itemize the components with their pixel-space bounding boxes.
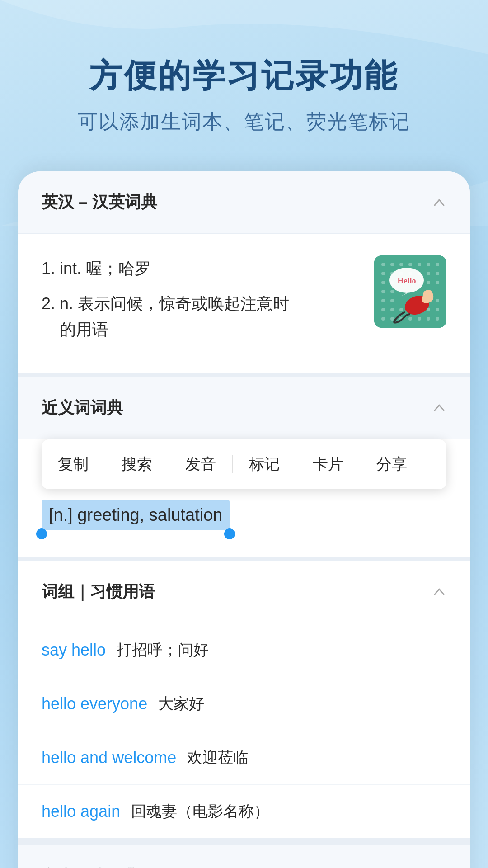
svg-point-14 [436, 272, 439, 275]
svg-point-1 [381, 263, 385, 266]
svg-point-6 [427, 263, 430, 266]
svg-point-5 [418, 263, 421, 266]
dict-def-2: 2. n. 表示问候，惊奇或唤起注意时 的用语 [42, 291, 374, 343]
svg-point-28 [390, 308, 394, 311]
svg-point-39 [427, 317, 430, 321]
svg-point-23 [390, 299, 394, 302]
svg-point-33 [436, 308, 439, 311]
section-divider-1 [18, 373, 470, 377]
svg-point-8 [381, 272, 385, 275]
dict-image: Hello [374, 255, 446, 328]
dict-index-1: 1. [42, 259, 60, 278]
phrase-chinese-4: 回魂妻（电影名称） [131, 801, 269, 822]
context-menu-search[interactable]: 搜索 [105, 439, 169, 489]
synonyms-section-header[interactable]: 近义词词典 [18, 377, 470, 439]
svg-point-29 [399, 308, 403, 311]
svg-text:Hello: Hello [398, 276, 416, 285]
dict-entry: 1. int. 喔；哈罗 2. n. 表示问候，惊奇或唤起注意时 的用语 [42, 255, 446, 352]
phrase-item-2[interactable]: hello everyone 大家好 [18, 677, 470, 731]
phrase-chinese-3: 欢迎莅临 [187, 747, 249, 768]
phrases-list: say hello 打招呼；问好 hello everyone 大家好 hell… [18, 623, 470, 838]
svg-point-38 [418, 317, 421, 321]
synonyms-section-title: 近义词词典 [42, 397, 123, 419]
context-menu-share[interactable]: 分享 [360, 439, 423, 489]
context-menu-mark[interactable]: 标记 [233, 439, 296, 489]
svg-point-15 [381, 281, 385, 284]
phrase-english-3: hello and welcome [42, 748, 176, 767]
svg-point-27 [381, 308, 385, 311]
dict-def-1: 1. int. 喔；哈罗 [42, 255, 374, 282]
context-menu-container: 复制 搜索 发音 标记 卡片 分享 [n.] greeting, salutat… [18, 439, 470, 557]
dict-section-header[interactable]: 英汉 – 汉英词典 [18, 171, 470, 234]
dict-index-2: 2. [42, 294, 60, 313]
header: 方便的学习记录功能 可以添加生词本、笔记、荧光笔标记 [0, 0, 488, 171]
dict-def-meaning-2: 表示问候，惊奇或唤起注意时 的用语 [42, 294, 289, 339]
biying-section-title: 必应在线词典 [42, 865, 139, 868]
svg-point-21 [390, 290, 394, 293]
phrase-english-1: say hello [42, 641, 106, 660]
phrases-chevron-up-icon [432, 585, 446, 599]
context-menu-copy[interactable]: 复制 [42, 439, 105, 489]
dict-def-text-2: n. [60, 294, 73, 313]
dict-section-title: 英汉 – 汉英词典 [42, 191, 157, 213]
phrases-section-header[interactable]: 词组｜习惯用语 [18, 561, 470, 623]
dict-content: 1. int. 喔；哈罗 2. n. 表示问候，惊奇或唤起注意时 的用语 [18, 234, 470, 373]
phrase-chinese-2: 大家好 [158, 693, 204, 714]
phrases-section-title: 词组｜习惯用语 [42, 581, 155, 603]
selection-handle-right [224, 528, 235, 539]
dict-definitions: 1. int. 喔；哈罗 2. n. 表示问候，惊奇或唤起注意时 的用语 [42, 255, 374, 352]
svg-point-4 [408, 263, 412, 266]
svg-point-19 [436, 281, 439, 284]
svg-point-3 [399, 263, 403, 266]
page-title: 方便的学习记录功能 [27, 54, 461, 98]
svg-point-13 [427, 272, 430, 275]
section-divider-2 [18, 557, 470, 561]
selection-handle-left [36, 528, 47, 539]
highlighted-text-area: [n.] greeting, salutation [18, 489, 470, 557]
context-menu: 复制 搜索 发音 标记 卡片 分享 [42, 439, 446, 489]
section-divider-3 [18, 838, 470, 842]
phrase-item-3[interactable]: hello and welcome 欢迎莅临 [18, 731, 470, 785]
phrase-chinese-1: 打招呼；问好 [117, 640, 209, 660]
biying-section-header[interactable]: 必应在线词典 [18, 842, 470, 868]
main-card: 英汉 – 汉英词典 1. int. 喔；哈罗 2. n. 表示问候，惊奇或唤起注… [18, 171, 470, 868]
svg-point-26 [436, 299, 439, 302]
phrase-english-4: hello again [42, 802, 120, 821]
dict-chevron-up-icon [432, 195, 446, 210]
phrase-english-2: hello everyone [42, 694, 147, 713]
highlighted-text[interactable]: [n.] greeting, salutation [42, 500, 230, 530]
svg-point-37 [408, 317, 412, 321]
dict-def-meaning-1: 喔；哈罗 [86, 259, 151, 278]
svg-point-2 [390, 263, 394, 266]
svg-point-35 [390, 317, 394, 321]
dict-def-text-1: int. [60, 259, 81, 278]
context-menu-pronounce[interactable]: 发音 [169, 439, 232, 489]
context-menu-card[interactable]: 卡片 [296, 439, 360, 489]
phrase-item-1[interactable]: say hello 打招呼；问好 [18, 623, 470, 677]
svg-point-34 [381, 317, 385, 321]
synonyms-chevron-up-icon [432, 401, 446, 415]
svg-point-7 [436, 263, 439, 266]
svg-point-20 [381, 290, 385, 293]
page-subtitle: 可以添加生词本、笔记、荧光笔标记 [27, 108, 461, 135]
svg-point-40 [436, 317, 439, 321]
svg-point-22 [381, 299, 385, 302]
svg-point-18 [427, 281, 430, 284]
phrase-item-4[interactable]: hello again 回魂妻（电影名称） [18, 785, 470, 838]
